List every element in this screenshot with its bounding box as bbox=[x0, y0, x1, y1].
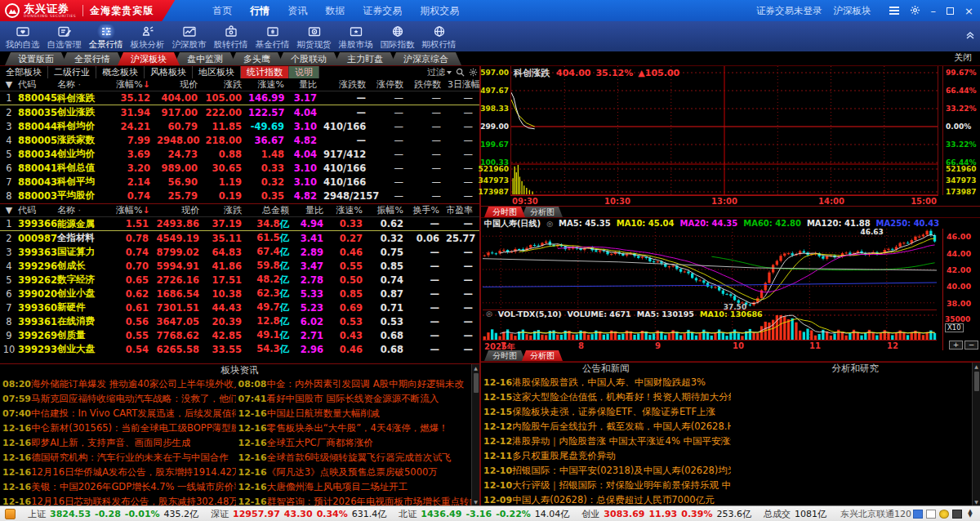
col-header-涨跌数[interactable]: 涨跌数 bbox=[323, 78, 372, 91]
chart-tab-分时图[interactable]: 分时图 bbox=[484, 350, 525, 361]
trade-login-link[interactable]: 证券交易未登录 bbox=[756, 5, 822, 17]
filter-dropdown[interactable]: 过滤 bbox=[427, 66, 452, 78]
table-row[interactable]: 5399262数字经济0.652726.1617.5148.2亿2.780.50… bbox=[0, 273, 479, 287]
minimize-button[interactable]: – bbox=[931, 6, 937, 16]
main-tab-主力盯盘[interactable]: 主力盯盘 bbox=[334, 52, 396, 65]
coin-icon[interactable] bbox=[939, 510, 949, 519]
table-row[interactable]: 4880005涨跌家数7.992948.00218.0036.674.82———… bbox=[0, 133, 479, 147]
news-item[interactable]: 07:41看好中国股市 国际长线资金源源不断流入 bbox=[236, 391, 472, 406]
toolbar-item-5[interactable]: 沪深股市 bbox=[168, 23, 210, 51]
index-value[interactable]: 12957.97 bbox=[233, 509, 280, 519]
announce-icon[interactable] bbox=[952, 510, 962, 519]
news-item[interactable]: 12-16中仑新材(301565)：当前全球电工级BOPP薄型膜材产能… bbox=[0, 421, 236, 435]
scroll-up-icon[interactable]: ▲ bbox=[474, 364, 478, 372]
sector-tab-地区板块[interactable]: 地区板块 bbox=[193, 66, 241, 78]
menu-item-数据[interactable]: 数据 bbox=[325, 4, 345, 18]
minute-chart[interactable]: 科创涨跌404.0035.12%▲105.00 597.00497.67398.… bbox=[481, 66, 980, 207]
sector-tab-全部板块[interactable]: 全部板块 bbox=[0, 66, 48, 78]
collapse-circle-icon[interactable]: ◎ bbox=[486, 309, 492, 318]
news-item[interactable]: 12-15保险板块走强，证券保险ETF、保险证券ETF上涨 bbox=[481, 404, 731, 419]
news-item[interactable]: 12-16即梦AI上新，支持声音、画面同步生成 bbox=[0, 435, 236, 450]
chart-tab-分析图[interactable]: 分析图 bbox=[522, 207, 563, 217]
news-item[interactable]: 12-16德国研究机构：汽车行业的未来在于与中国合作 bbox=[0, 450, 236, 465]
col-header-名称[interactable]: 名称 · bbox=[57, 204, 116, 216]
search-icon[interactable] bbox=[456, 65, 465, 80]
scroll-up-icon[interactable]: ▲ bbox=[974, 363, 978, 370]
toolbar-item-4[interactable]: 板块分析 bbox=[127, 23, 168, 51]
toolbar-item-2[interactable]: 自选管理 bbox=[43, 23, 85, 51]
menu-item-首页[interactable]: 首页 bbox=[212, 4, 232, 18]
close-button[interactable]: × bbox=[964, 6, 973, 16]
toolbar-item-9[interactable]: 港股市场 bbox=[335, 23, 376, 51]
menu-item-行情[interactable]: 行情 bbox=[250, 4, 270, 18]
col-header-振幅%[interactable]: 振幅% bbox=[369, 204, 410, 216]
news-item[interactable]: 12-16全球首款6吨级倾转旋翼飞行器完成首次试飞 bbox=[236, 450, 472, 465]
table-row[interactable]: 4399296创成长0.705994.9141.8659.8亿3.470.550… bbox=[0, 259, 479, 273]
news-item[interactable]: 12-16零售板块杀出“大牛股”，4天4涨停，燃爆！ bbox=[236, 421, 472, 435]
board-link[interactable]: 沪深板块 bbox=[834, 5, 871, 17]
table-row[interactable]: 7399360新硬件0.617301.5144.4349.7亿5.230.690… bbox=[0, 301, 479, 314]
message-icon[interactable] bbox=[913, 510, 923, 519]
news-item[interactable]: 12-16大唐儋州海上风电项目二场址开工 bbox=[236, 479, 472, 494]
menu-item-期权交易[interactable]: 期权交易 bbox=[420, 4, 459, 18]
table-row[interactable]: 7880043科创平均2.1456.901.190.323.10410/166—… bbox=[0, 175, 479, 189]
table-row[interactable]: 2880035创业涨跌31.94917.00222.00122.574.04——… bbox=[0, 105, 479, 119]
toolbar-item-7[interactable]: 基金行情 bbox=[252, 23, 293, 51]
zoom-in-button[interactable]: + bbox=[949, 341, 963, 350]
table-row[interactable]: 3399363国证算力0.748799.0264.8367.4亿2.890.46… bbox=[0, 245, 479, 259]
main-tab-全景行情[interactable]: 全景行情 bbox=[61, 52, 123, 65]
news-item[interactable]: 07:59马斯克回应福特收缩电动汽车战略：没救了，他们非死… bbox=[0, 391, 236, 406]
news-item[interactable]: 12-10招银国际：中国平安(02318)及中国人寿(02628)均为政… bbox=[481, 463, 731, 478]
scroll-thumb[interactable] bbox=[974, 372, 979, 391]
toolbar-item-8[interactable]: 期货现货 bbox=[293, 23, 335, 51]
menu-item-资讯[interactable]: 资讯 bbox=[287, 4, 307, 18]
chart-tab-分时图[interactable]: 分时图 bbox=[484, 207, 525, 217]
server-name[interactable]: 东兴北京联通120 bbox=[840, 508, 911, 520]
news-item[interactable]: 07:40中信建投：In Vivo CART发展迅速，后续发展值得关注 bbox=[0, 406, 236, 421]
toolbar-item-10[interactable]: 国际指数 bbox=[376, 23, 418, 51]
index-value[interactable]: 1436.49 bbox=[421, 509, 461, 519]
main-tab-盘中监测[interactable]: 盘中监测 bbox=[174, 52, 236, 65]
scrollbar[interactable]: ▲ ▼ bbox=[471, 364, 479, 505]
col-header-量比[interactable]: 量比 bbox=[291, 78, 323, 91]
news-item[interactable]: 12-10大行评级｜招银国际：对保险业明年前景保持乐观 中… bbox=[481, 478, 731, 492]
updown-arrows-icon[interactable]: ▲▼ bbox=[965, 510, 975, 519]
col-header-量比[interactable]: 量比 bbox=[296, 204, 330, 216]
news-item[interactable]: 12-16全球五大PC厂商都将涨价 bbox=[236, 435, 472, 450]
collapse-up-icon[interactable] bbox=[965, 28, 975, 43]
table-row[interactable]: 6880041科创总值3.20989.0030.650.333.10410/16… bbox=[0, 161, 479, 175]
gear-icon[interactable] bbox=[469, 65, 478, 80]
toolbar-item-11[interactable]: 期权行情 bbox=[418, 23, 460, 51]
kline-chart[interactable]: 中国人寿(日线)◎MA5: 45.35MA10: 45.04MA20: 44.3… bbox=[481, 218, 980, 350]
news-item[interactable]: 12-16《阿凡达3》点映及预售总票房破5000万 bbox=[236, 465, 472, 479]
main-tab-个股联动[interactable]: 个股联动 bbox=[278, 52, 340, 65]
main-tab-沪深京综合[interactable]: 沪深京综合 bbox=[390, 52, 461, 65]
settings-gear-icon[interactable] bbox=[910, 5, 920, 17]
news-item[interactable]: 08:08中金：内外因素引发回调 A股中期向好逻辑未改 bbox=[236, 376, 472, 391]
news-item[interactable]: 12-16港股保险股普跌，中国人寿、中国财险跌超3% bbox=[481, 375, 731, 390]
col-header-涨停数[interactable]: 涨停数 bbox=[372, 78, 410, 91]
table-row[interactable]: 3880044科创均价24.2160.7911.85-49.693.10410/… bbox=[0, 119, 479, 133]
menu-item-证券交易[interactable]: 证券交易 bbox=[363, 4, 402, 18]
index-value[interactable]: 3083.69 bbox=[604, 509, 644, 519]
close-panel-link[interactable]: 关闭 bbox=[954, 51, 972, 64]
scroll-down-icon[interactable]: ▼ bbox=[474, 498, 478, 505]
table-row[interactable]: 8880003平均股价0.7425.790.190.354.822948/215… bbox=[0, 189, 479, 203]
table-row[interactable]: 1399366能源金属1.512493.8637.1934.8亿4.940.33… bbox=[0, 217, 479, 231]
news-item[interactable]: 12-11多只权重股尾盘竞价异动 bbox=[481, 448, 731, 463]
news-item[interactable]: 12-1612月16日华侨城A发布公告，股东增持1914.42万股 bbox=[0, 465, 236, 479]
news-item[interactable]: 12-16中国赴日航班数量大幅削减 bbox=[236, 406, 472, 421]
col-header-现价[interactable]: 现价 bbox=[155, 204, 206, 216]
toolbar-item-1[interactable]: 我的自选 bbox=[2, 23, 43, 51]
sector-tab-概念板块[interactable]: 概念板块 bbox=[96, 66, 145, 78]
col-header-代码[interactable]: 代码 bbox=[18, 204, 57, 216]
sector-tab-风格板块[interactable]: 风格板块 bbox=[145, 66, 193, 78]
scroll-thumb[interactable] bbox=[474, 373, 479, 393]
table-row[interactable]: 5880034创业均价3.6924.730.881.484.04917/412—… bbox=[0, 147, 479, 161]
col-header-涨速%[interactable]: 涨速% bbox=[330, 204, 369, 216]
news-item[interactable]: 12-16群智咨询：预计2026年电视面板市场增长重点转向大尺… bbox=[236, 494, 472, 505]
table-row[interactable]: 1880045科创涨跌35.12404.00105.00146.993.17——… bbox=[0, 91, 479, 105]
sector-tab-统计指数[interactable]: 统计指数 bbox=[241, 66, 289, 78]
col-header-涨幅%[interactable]: 涨幅%↓ bbox=[116, 204, 155, 216]
zoom-out-button[interactable]: − bbox=[964, 341, 978, 350]
